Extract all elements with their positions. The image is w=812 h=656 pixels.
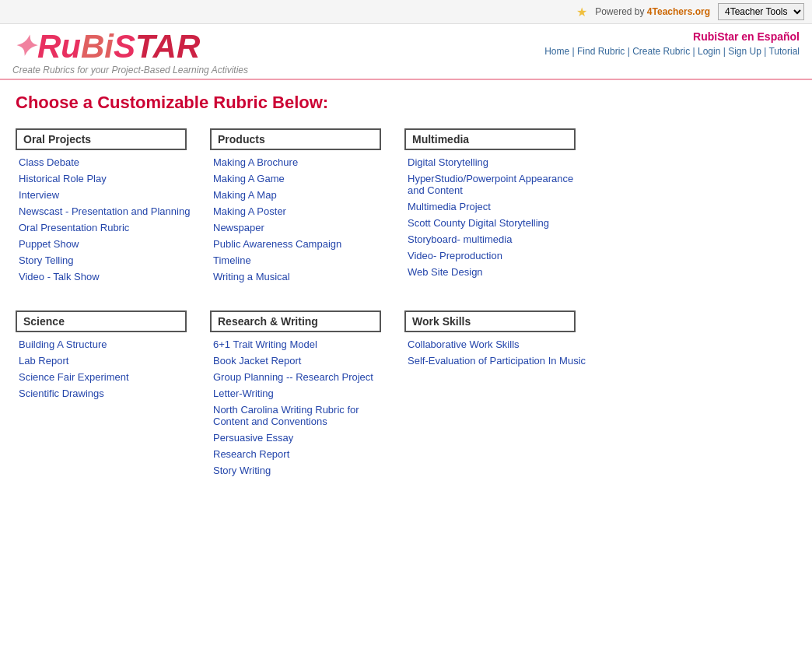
nav-tutorial[interactable]: Tutorial: [768, 46, 800, 57]
rubric-link[interactable]: Newscast - Presentation and Planning: [19, 205, 190, 217]
rubric-link[interactable]: Story Writing: [213, 465, 271, 476]
list-item: Video - Talk Show: [19, 271, 202, 282]
rubric-link[interactable]: Multimedia Project: [408, 201, 491, 212]
rubric-link[interactable]: Collaborative Work Skills: [408, 339, 520, 350]
list-item: Story Telling: [19, 254, 202, 266]
nav-home[interactable]: Home: [544, 46, 569, 57]
category-links-work-skills: Collaborative Work SkillsSelf-Evaluation…: [404, 339, 591, 367]
list-item: Letter-Writing: [213, 388, 397, 399]
rubric-link[interactable]: Scientific Drawings: [19, 388, 104, 399]
list-item: Making A Map: [213, 189, 397, 201]
list-item: Making A Brochure: [213, 156, 397, 168]
logo-bi: Bi: [81, 30, 114, 63]
list-item: North Carolina Writing Rubric for Conten…: [213, 404, 397, 427]
rubric-link[interactable]: Story Telling: [19, 254, 74, 266]
nav-links: Home | Find Rubric | Create Rubric | Log…: [544, 46, 800, 57]
category-science: ScienceBuilding A StructureLab ReportSci…: [16, 310, 210, 496]
rubric-link[interactable]: Interview: [19, 189, 59, 201]
rubric-link[interactable]: 6+1 Trait Writing Model: [213, 339, 317, 350]
rubric-link[interactable]: Class Debate: [19, 156, 79, 168]
category-title-multimedia: Multimedia: [404, 128, 576, 150]
list-item: Scientific Drawings: [19, 388, 202, 399]
category-grid: Oral ProjectsClass DebateHistorical Role…: [16, 128, 796, 496]
header-top: ✦ RuBiSTAR Create Rubrics for your Proje…: [12, 30, 800, 75]
star-icon: ★: [576, 5, 587, 19]
nav-signup[interactable]: Sign Up: [728, 46, 761, 57]
nav-create-rubric[interactable]: Create Rubric: [632, 46, 690, 57]
rubric-link[interactable]: Science Fair Experiment: [19, 371, 129, 383]
category-links-multimedia: Digital StorytellingHyperStudio/Powerpoi…: [404, 156, 591, 278]
category-title-oral-projects: Oral Projects: [16, 128, 187, 150]
rubric-link[interactable]: Web Site Design: [408, 266, 483, 278]
rubric-link[interactable]: Research Report: [213, 448, 289, 460]
list-item: Digital Storytelling: [408, 156, 591, 168]
rubric-link[interactable]: Scott County Digital Storytelling: [408, 217, 549, 229]
category-title-research-writing: Research & Writing: [210, 310, 381, 332]
rubric-link[interactable]: Storyboard- multimedia: [408, 233, 512, 245]
list-item: Group Planning -- Research Project: [213, 371, 397, 383]
rubric-link[interactable]: Letter-Writing: [213, 388, 274, 399]
rubric-link[interactable]: Making A Game: [213, 173, 285, 184]
powered-by-label: Powered by 4Teachers.org: [595, 6, 710, 17]
list-item: Puppet Show: [19, 238, 202, 250]
list-item: Building A Structure: [19, 339, 202, 350]
rubric-link[interactable]: Making A Poster: [213, 205, 286, 217]
rubric-link[interactable]: Oral Presentation Rubric: [19, 222, 129, 233]
rubric-link[interactable]: Timeline: [213, 254, 251, 266]
list-item: Making A Game: [213, 173, 397, 184]
rubric-link[interactable]: Puppet Show: [19, 238, 79, 250]
list-item: Public Awareness Campaign: [213, 238, 397, 250]
rubric-link[interactable]: Making A Map: [213, 189, 277, 201]
list-item: Timeline: [213, 254, 397, 266]
rubric-link[interactable]: Building A Structure: [19, 339, 107, 350]
rubristar-es-link[interactable]: RubiStar en Español: [544, 30, 800, 43]
top-bar: ★ Powered by 4Teachers.org 4Teacher Tool…: [0, 0, 812, 24]
tools-dropdown[interactable]: 4Teacher Tools: [718, 3, 804, 20]
list-item: Writing a Musical: [213, 271, 397, 282]
rubric-link[interactable]: Book Jacket Report: [213, 355, 301, 367]
list-item: Web Site Design: [408, 266, 591, 278]
rubric-link[interactable]: Newspaper: [213, 222, 264, 233]
list-item: Book Jacket Report: [213, 355, 397, 367]
category-oral-projects: Oral ProjectsClass DebateHistorical Role…: [16, 128, 210, 303]
category-links-science: Building A StructureLab ReportScience Fa…: [16, 339, 202, 399]
rubric-link[interactable]: Historical Role Play: [19, 173, 107, 184]
logo-rubi: Ru: [37, 30, 81, 63]
rubric-link[interactable]: Lab Report: [19, 355, 68, 367]
rubric-link[interactable]: Persuasive Essay: [213, 432, 293, 444]
list-item: Story Writing: [213, 465, 397, 476]
list-item: HyperStudio/Powerpoint Appearance and Co…: [408, 173, 591, 196]
nav-find-rubric[interactable]: Find Rubric: [577, 46, 625, 57]
powered-by-site: 4Teachers.org: [647, 6, 710, 17]
nav-login[interactable]: Login: [698, 46, 720, 57]
list-item: Historical Role Play: [19, 173, 202, 184]
category-links-oral-projects: Class DebateHistorical Role PlayIntervie…: [16, 156, 202, 282]
nav-area: RubiStar en Español Home | Find Rubric |…: [544, 30, 800, 57]
rubric-link[interactable]: Public Awareness Campaign: [213, 238, 341, 250]
header: ✦ RuBiSTAR Create Rubrics for your Proje…: [0, 24, 812, 80]
list-item: Newscast - Presentation and Planning: [19, 205, 202, 217]
list-item: Self-Evaluation of Participation In Musi…: [408, 355, 591, 367]
rubric-link[interactable]: Writing a Musical: [213, 271, 290, 282]
rubric-link[interactable]: HyperStudio/Powerpoint Appearance and Co…: [408, 173, 573, 196]
list-item: Making A Poster: [213, 205, 397, 217]
page-heading: Choose a Customizable Rubric Below:: [16, 93, 796, 113]
logo-tar: TAR: [135, 30, 200, 63]
list-item: Scott County Digital Storytelling: [408, 217, 591, 229]
rubric-link[interactable]: Self-Evaluation of Participation In Musi…: [408, 355, 586, 367]
logo-area: ✦ RuBiSTAR Create Rubrics for your Proje…: [12, 30, 248, 75]
rubric-link[interactable]: Making A Brochure: [213, 156, 298, 168]
rubric-link[interactable]: Group Planning -- Research Project: [213, 371, 373, 383]
list-item: Class Debate: [19, 156, 202, 168]
list-item: Video- Preproduction: [408, 250, 591, 261]
list-item: Lab Report: [19, 355, 202, 367]
rubric-link[interactable]: North Carolina Writing Rubric for Conten…: [213, 404, 359, 427]
rubric-link[interactable]: Video- Preproduction: [408, 250, 502, 261]
list-item: Research Report: [213, 448, 397, 460]
rubric-link[interactable]: Video - Talk Show: [19, 271, 100, 282]
list-item: 6+1 Trait Writing Model: [213, 339, 397, 350]
list-item: Newspaper: [213, 222, 397, 233]
rubric-link[interactable]: Digital Storytelling: [408, 156, 488, 168]
category-work-skills: Work SkillsCollaborative Work SkillsSelf…: [404, 310, 599, 496]
list-item: Collaborative Work Skills: [408, 339, 591, 350]
